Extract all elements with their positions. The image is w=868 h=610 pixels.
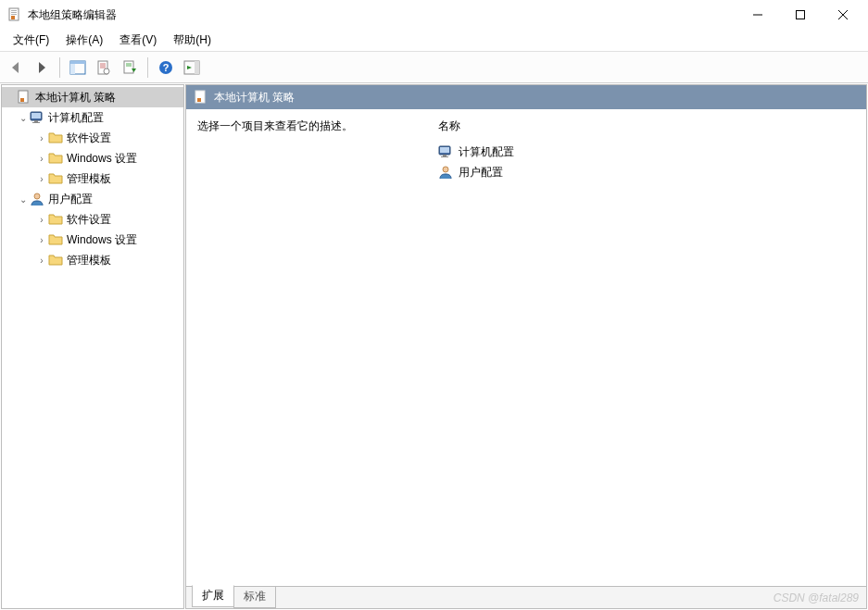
tree-label: 用户配置 xyxy=(48,192,93,207)
svg-rect-11 xyxy=(70,64,75,74)
policy-icon xyxy=(17,90,31,105)
minimize-button[interactable] xyxy=(736,1,779,29)
svg-rect-3 xyxy=(11,14,17,15)
folder-icon xyxy=(48,232,63,247)
svg-rect-23 xyxy=(195,61,199,74)
tabs-row: 扩展 标准 xyxy=(186,586,866,608)
svg-rect-36 xyxy=(441,156,448,157)
tree-label: 软件设置 xyxy=(67,131,111,146)
description-hint: 选择一个项目来查看它的描述。 xyxy=(197,119,353,132)
description-column: 选择一个项目来查看它的描述。 xyxy=(186,109,427,586)
twisty-icon[interactable]: ⌄ xyxy=(17,194,30,205)
forward-button[interactable] xyxy=(30,56,54,80)
svg-rect-2 xyxy=(11,12,17,13)
tree-node-user-config[interactable]: ⌄ 用户配置 xyxy=(2,189,183,209)
app-icon xyxy=(7,7,22,22)
twisty-icon[interactable]: › xyxy=(35,133,48,143)
menubar: 文件(F) 操作(A) 查看(V) 帮助(H) xyxy=(0,30,868,52)
twisty-icon[interactable]: › xyxy=(35,154,48,164)
list-item-label: 用户配置 xyxy=(459,165,503,181)
tree-node-windows-settings-user[interactable]: › Windows 设置 xyxy=(2,230,183,250)
svg-rect-6 xyxy=(797,11,805,19)
svg-rect-29 xyxy=(32,122,40,123)
list-item[interactable]: 计算机配置 xyxy=(438,142,855,162)
content-header: 本地计算机 策略 xyxy=(186,85,866,109)
tree-node-root[interactable]: 本地计算机 策略 xyxy=(2,87,183,107)
svg-rect-4 xyxy=(11,16,15,19)
svg-rect-10 xyxy=(70,61,85,64)
tree-node-windows-settings[interactable]: › Windows 设置 xyxy=(2,148,183,168)
tree-label: Windows 设置 xyxy=(67,232,137,248)
twisty-icon[interactable]: › xyxy=(35,174,48,184)
svg-point-30 xyxy=(34,193,40,199)
folder-icon xyxy=(48,151,63,166)
folder-icon xyxy=(48,171,63,186)
menu-help[interactable]: 帮助(H) xyxy=(166,31,219,50)
tree-label: 本地计算机 策略 xyxy=(35,90,116,106)
tab-standard[interactable]: 标准 xyxy=(233,586,276,608)
folder-icon xyxy=(48,131,63,145)
svg-rect-34 xyxy=(440,147,449,153)
properties-button[interactable] xyxy=(92,56,116,80)
twisty-icon[interactable]: › xyxy=(35,215,48,225)
tree-pane[interactable]: 本地计算机 策略 ⌄ 计算机配置 › 软件设置 › xyxy=(1,84,184,609)
column-header-name[interactable]: 名称 xyxy=(438,118,855,134)
folder-icon xyxy=(48,253,63,268)
toolbar: ? xyxy=(0,52,868,83)
twisty-icon[interactable]: › xyxy=(35,235,48,245)
computer-icon xyxy=(438,144,453,159)
toolbar-separator xyxy=(147,57,148,78)
content-pane: 本地计算机 策略 选择一个项目来查看它的描述。 名称 xyxy=(185,84,867,609)
content-title: 本地计算机 策略 xyxy=(214,90,295,106)
policy-icon xyxy=(194,90,208,105)
maximize-button[interactable] xyxy=(779,1,822,29)
tree-node-admin-templates-user[interactable]: › 管理模板 xyxy=(2,250,183,270)
tree-node-admin-templates[interactable]: › 管理模板 xyxy=(2,168,183,189)
svg-rect-1 xyxy=(11,10,17,11)
svg-rect-27 xyxy=(31,113,41,118)
close-button[interactable] xyxy=(822,1,864,29)
menu-file[interactable]: 文件(F) xyxy=(6,31,57,50)
tree-label: 软件设置 xyxy=(67,212,111,228)
toolbar-separator xyxy=(59,57,60,78)
list-item-label: 计算机配置 xyxy=(459,144,514,160)
tree-label: 计算机配置 xyxy=(48,110,104,126)
tree-node-software-settings-user[interactable]: › 软件设置 xyxy=(2,209,183,230)
tab-extended[interactable]: 扩展 xyxy=(192,585,234,607)
window-title: 本地组策略编辑器 xyxy=(28,7,736,23)
twisty-icon[interactable]: ⌄ xyxy=(17,113,30,123)
svg-rect-32 xyxy=(197,98,201,102)
list-item[interactable]: 用户配置 xyxy=(438,162,855,182)
svg-rect-25 xyxy=(20,98,24,102)
export-list-button[interactable] xyxy=(118,56,142,80)
folder-icon xyxy=(48,212,63,227)
back-button[interactable] xyxy=(4,56,28,80)
menu-action[interactable]: 操作(A) xyxy=(58,31,110,50)
tree-node-computer-config[interactable]: ⌄ 计算机配置 xyxy=(2,107,183,128)
user-icon xyxy=(30,192,44,206)
twisty-icon[interactable]: › xyxy=(35,255,48,266)
svg-point-16 xyxy=(104,68,109,74)
svg-rect-28 xyxy=(34,120,38,122)
tree-label: Windows 设置 xyxy=(67,151,137,167)
show-hide-action-pane-button[interactable] xyxy=(180,56,204,80)
svg-rect-35 xyxy=(443,155,447,156)
user-icon xyxy=(438,165,453,180)
svg-text:?: ? xyxy=(163,62,170,73)
menu-view[interactable]: 查看(V) xyxy=(112,31,164,50)
help-button[interactable]: ? xyxy=(154,56,178,80)
show-hide-tree-button[interactable] xyxy=(66,56,90,80)
svg-rect-17 xyxy=(124,61,133,73)
tree-label: 管理模板 xyxy=(67,253,111,268)
tree-node-software-settings[interactable]: › 软件设置 xyxy=(2,128,183,148)
svg-point-37 xyxy=(443,167,448,172)
tree-label: 管理模板 xyxy=(67,171,111,187)
computer-icon xyxy=(30,110,44,125)
